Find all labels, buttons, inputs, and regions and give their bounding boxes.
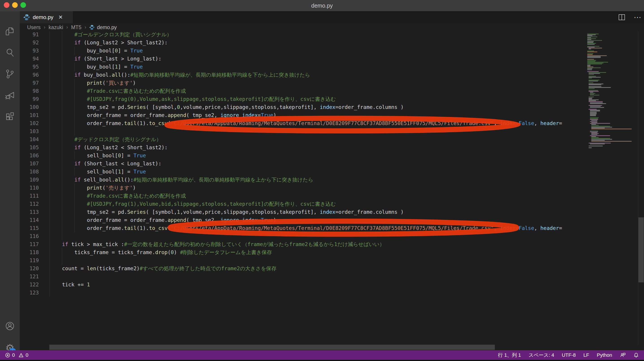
breadcrumb: Users › kazuki › MT5 › demo.py [20,23,644,31]
more-actions-icon[interactable]: ⋯ [634,13,641,21]
code-line: 116 [20,232,586,240]
code-line: 123 [20,289,586,297]
error-count: 0 [12,352,15,358]
cursor-position[interactable]: 行 1、列 1 [498,352,521,359]
line-number: 107 [20,160,39,168]
python-file-icon [89,25,95,30]
code-line: 104 #デッドクロス判定（売りシグナル） [20,135,586,143]
code-line: 115 order_frame.tail(1).to_csv("C:/Users… [20,224,586,232]
code-line: 110 print('売ります') [20,184,586,192]
code-line: 107 if (Short_last < Long_last): [20,160,586,168]
line-number: 122 [20,281,39,289]
editor-actions: ⋯ [618,11,641,23]
line-number: 96 [20,71,39,79]
line-number: 118 [20,248,39,256]
code-line: 113 tmp_se2 = pd.Series( [symbol,1,volum… [20,208,586,216]
code-editor[interactable]: 91 #ゴールデンクロス判定（買いシグナル）92 if (Long_last2 … [20,31,586,345]
chevron-right-icon: › [84,24,86,30]
notifications-bell-icon[interactable] [633,352,639,358]
breadcrumb-item[interactable]: Users [27,24,40,30]
line-number: 112 [20,200,39,208]
tab-label: demo.py [33,14,54,20]
code-line: 92 if (Long_last2 > Short_last2): [20,38,586,47]
code-line: 99 #[USDJPY,frag(0),Volume,ask,slippage,… [20,95,586,103]
line-number: 101 [20,111,39,119]
horizontal-scrollbar-thumb[interactable] [49,345,495,350]
code-line: 93 buy_bool[0] = True [20,47,586,55]
code-line: 105 if (Long_last2 < Short_last2): [20,143,586,151]
breadcrumb-item[interactable]: kazuki [48,24,63,30]
line-number: 119 [20,256,39,264]
line-number: 120 [20,264,39,273]
code-line: 111 #Trade.csvに書き込むための配列を作成 [20,192,586,200]
vscode-window: demo.py [0,0,644,361]
warning-count: 0 [26,352,28,358]
line-number: 91 [20,31,39,38]
warning-icon [18,353,24,358]
breadcrumb-item[interactable]: MT5 [71,24,82,30]
line-number: 100 [20,103,39,111]
code-line: 109 if sell_bool.all():#短期の単純移動平均線が、長期の単… [20,176,586,184]
indentation[interactable]: スペース: 4 [528,352,554,359]
line-number: 123 [20,289,39,297]
line-number: 105 [20,143,39,151]
line-number: 108 [20,168,39,176]
run-debug-icon[interactable] [0,85,20,105]
account-icon[interactable] [0,316,20,336]
line-number: 114 [20,216,39,224]
activity-bar: ⚙ 1 [0,11,20,350]
vertical-scrollbar-thumb[interactable] [638,217,644,282]
status-left: 0 0 [5,352,28,358]
python-file-icon [23,14,30,21]
tab-bar: demo.py ✕ ⋯ [20,11,644,23]
tab-close-icon[interactable]: ✕ [58,14,63,20]
code-line: 101 order_frame = order_frame.append( tm… [20,111,586,119]
code-line: 118 ticks_frame = ticks_frame.drop(0) #削… [20,248,586,256]
language-mode[interactable]: Python [597,352,612,358]
breadcrumb-file[interactable]: demo.py [89,24,117,30]
feedback-icon[interactable] [620,352,626,358]
extensions-icon[interactable] [0,107,20,126]
status-right: 行 1、列 1 スペース: 4 UTF-8 LF Python [498,352,639,359]
code-line: 117 if tick > max_tick :#一定の数を超えたら配列の初めか… [20,240,586,248]
problems-indicator[interactable]: 0 0 [5,352,28,358]
split-editor-icon[interactable] [618,14,625,20]
line-number: 110 [20,184,39,192]
line-number: 103 [20,127,39,135]
line-number: 113 [20,208,39,216]
minimap-border [638,31,638,345]
tab-demo-py[interactable]: demo.py ✕ [20,11,73,23]
code-line: 100 tmp_se2 = pd.Series( [symbol,0,volum… [20,103,586,111]
line-number: 116 [20,232,39,240]
line-number: 92 [20,38,39,47]
code-line: 91 #ゴールデンクロス判定（買いシグナル） [20,31,586,38]
code-line: 121 [20,273,586,281]
code-line: 103 [20,127,586,135]
code-line: 119 [20,256,586,264]
line-number: 115 [20,224,39,232]
chevron-right-icon: › [66,24,68,30]
eol-sequence[interactable]: LF [584,352,589,358]
code-line: 112 #[USDJPY,frag(1),Volume,bid,slippage… [20,200,586,208]
search-icon[interactable] [0,43,20,62]
line-number: 117 [20,240,39,248]
line-number: 109 [20,176,39,184]
title-bar: demo.py [0,0,644,11]
chevron-right-icon: › [44,24,45,30]
line-number: 98 [20,87,39,95]
line-number: 94 [20,55,39,63]
line-number: 111 [20,192,39,200]
source-control-icon[interactable] [0,64,20,84]
line-number: 95 [20,63,39,71]
line-number: 102 [20,119,39,127]
code-line: 97 print('買います') [20,79,586,87]
line-number: 106 [20,151,39,160]
minimap[interactable] [586,31,638,345]
code-line: 102 order_frame.tail(1).to_csv("C:/Users… [20,119,586,127]
encoding[interactable]: UTF-8 [562,352,576,358]
window-bottom-edge [0,360,644,361]
code-line: 94 if (Short_last > Long_last): [20,55,586,63]
explorer-icon[interactable] [0,21,20,41]
code-line: 122 tick += 1 [20,281,586,289]
line-number: 121 [20,273,39,281]
